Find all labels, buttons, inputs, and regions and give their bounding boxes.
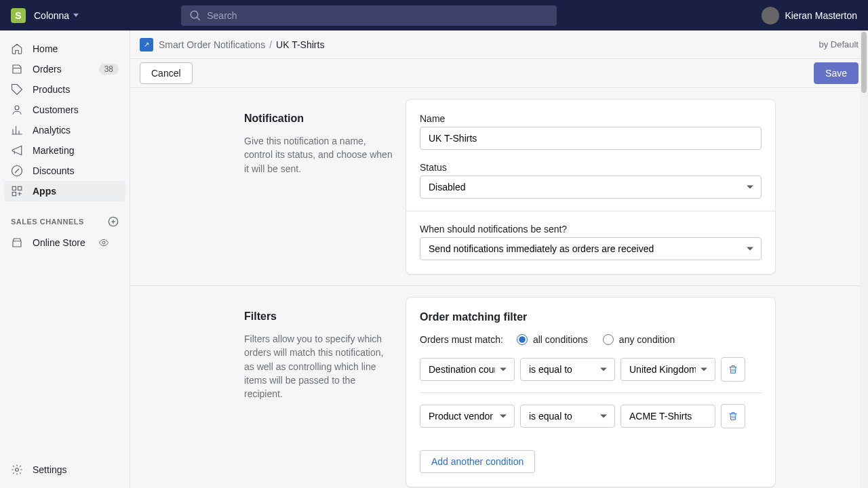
- condition-value-select[interactable]: United Kingdom: [620, 358, 715, 381]
- tag-icon: [11, 83, 23, 96]
- svg-point-7: [16, 468, 19, 472]
- condition-value-input[interactable]: [620, 405, 715, 428]
- radio-all-conditions[interactable]: all conditions: [517, 334, 588, 345]
- filters-heading: Filters: [244, 310, 395, 323]
- megaphone-icon: [11, 144, 23, 157]
- orders-icon: [11, 63, 23, 75]
- topbar: Colonna Kieran Masterton: [0, 0, 868, 30]
- svg-point-6: [102, 241, 105, 244]
- discount-icon: [11, 165, 23, 177]
- user-icon: [11, 104, 23, 116]
- sidebar-item-discounts[interactable]: Discounts: [4, 161, 125, 181]
- sidebar: Home Orders 38 Products Customers Analyt…: [0, 30, 130, 488]
- filters-description: Filters allow you to specify which order…: [244, 332, 395, 401]
- sidebar-item-orders[interactable]: Orders 38: [4, 59, 125, 79]
- sidebar-item-label: Discounts: [33, 165, 74, 176]
- cancel-button[interactable]: Cancel: [140, 62, 193, 84]
- svg-point-0: [15, 106, 19, 110]
- shop-name[interactable]: Colonna: [34, 10, 69, 21]
- notification-card: Name Status Disabled Whe: [406, 99, 776, 274]
- svg-rect-2: [12, 186, 16, 190]
- name-label: Name: [420, 113, 762, 124]
- sidebar-item-customers[interactable]: Customers: [4, 100, 125, 120]
- app-icon: [140, 38, 153, 52]
- sidebar-item-label: Home: [33, 43, 58, 54]
- condition-op-select[interactable]: is equal to: [520, 358, 615, 381]
- sidebar-item-label: Orders: [33, 64, 62, 75]
- sidebar-item-apps[interactable]: Apps: [4, 181, 125, 201]
- gear-icon: [11, 464, 23, 476]
- breadcrumb-current: UK T-Shirts: [276, 39, 324, 50]
- sidebar-item-label: Apps: [33, 186, 56, 197]
- apps-icon: [11, 185, 23, 197]
- delete-condition-button[interactable]: [721, 357, 745, 382]
- breadcrumb: Smart Order Notifications / UK T-Shirts …: [130, 30, 868, 59]
- shopify-logo-icon: [11, 8, 26, 23]
- status-select[interactable]: Disabled: [420, 176, 762, 199]
- must-match-label: Orders must match:: [420, 334, 503, 345]
- sidebar-item-marketing[interactable]: Marketing: [4, 140, 125, 161]
- sales-channels-header: SALES CHANNELS: [4, 211, 125, 232]
- action-bar: Cancel Save: [130, 59, 868, 88]
- breadcrumb-app[interactable]: Smart Order Notifications: [159, 39, 265, 50]
- delete-condition-button[interactable]: [721, 404, 745, 428]
- sidebar-item-online-store[interactable]: Online Store: [4, 232, 125, 253]
- sidebar-item-analytics[interactable]: Analytics: [4, 120, 125, 140]
- trash-icon: [728, 411, 738, 422]
- when-select[interactable]: Send notifications immediately as orders…: [420, 237, 762, 260]
- filters-card: Order matching filter Orders must match:…: [406, 297, 776, 487]
- scrollbar[interactable]: [860, 30, 868, 488]
- main-content: Smart Order Notifications / UK T-Shirts …: [130, 30, 868, 488]
- sidebar-item-settings[interactable]: Settings: [4, 460, 125, 480]
- user-menu[interactable]: Kieran Masterton: [762, 7, 857, 24]
- eye-icon[interactable]: [98, 237, 109, 248]
- save-button[interactable]: Save: [814, 62, 859, 84]
- sidebar-item-label: Analytics: [33, 125, 71, 136]
- notification-heading: Notification: [244, 113, 395, 125]
- name-input[interactable]: [420, 127, 762, 150]
- condition-row: Product vendor is equal to: [420, 392, 762, 439]
- sidebar-item-label: Online Store: [33, 237, 85, 248]
- orders-badge: 38: [99, 64, 119, 75]
- search-bar[interactable]: [181, 5, 557, 26]
- avatar: [762, 7, 779, 24]
- trash-icon: [728, 364, 738, 375]
- status-label: Status: [420, 162, 762, 173]
- svg-rect-4: [12, 192, 16, 196]
- condition-field-select[interactable]: Product vendor: [420, 405, 515, 428]
- analytics-icon: [11, 124, 23, 136]
- sidebar-item-home[interactable]: Home: [4, 39, 125, 59]
- sidebar-item-label: Settings: [33, 464, 67, 475]
- scrollbar-thumb[interactable]: [861, 32, 867, 93]
- condition-op-select[interactable]: is equal to: [520, 405, 615, 428]
- sidebar-item-label: Products: [33, 84, 70, 95]
- notification-description: Give this notification a name, control i…: [244, 134, 395, 176]
- home-icon: [11, 43, 23, 55]
- sidebar-item-label: Customers: [33, 104, 79, 115]
- user-name: Kieran Masterton: [785, 10, 857, 21]
- store-icon: [11, 237, 23, 249]
- sidebar-item-products[interactable]: Products: [4, 79, 125, 100]
- breadcrumb-separator: /: [269, 39, 272, 50]
- chevron-down-icon[interactable]: [73, 14, 79, 17]
- match-heading: Order matching filter: [420, 311, 762, 323]
- breadcrumb-author: by Default: [818, 39, 859, 49]
- search-input[interactable]: [207, 10, 549, 21]
- condition-row: Destination country is equal to United K…: [420, 357, 762, 392]
- add-channel-icon[interactable]: [108, 216, 119, 227]
- condition-field-select[interactable]: Destination country: [420, 358, 515, 381]
- when-label: When should notifications be sent?: [420, 224, 762, 235]
- svg-rect-3: [18, 186, 22, 190]
- search-icon: [189, 9, 201, 22]
- radio-any-condition[interactable]: any condition: [603, 334, 675, 345]
- sidebar-item-label: Marketing: [33, 145, 74, 156]
- add-condition-button[interactable]: Add another condition: [420, 450, 535, 473]
